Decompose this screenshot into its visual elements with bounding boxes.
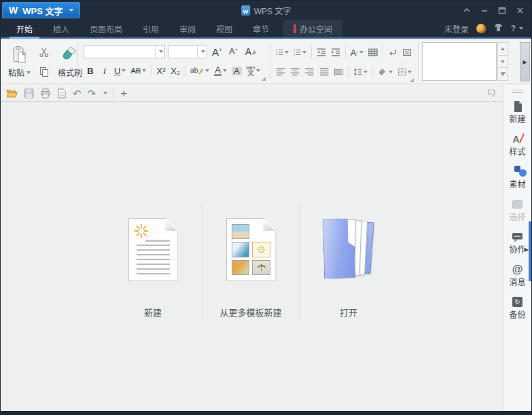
doc-line xyxy=(145,240,170,242)
collapse-ribbon-button[interactable] xyxy=(458,3,476,18)
undo-button[interactable]: ↶ xyxy=(73,86,82,100)
material-circle-icon xyxy=(519,169,527,177)
tab-page-layout[interactable]: 页面布局 xyxy=(79,20,132,37)
align-center-button[interactable] xyxy=(288,65,302,79)
cut-button[interactable] xyxy=(37,45,52,60)
clipboard-group: 粘贴 xyxy=(5,43,86,81)
sidebar-item-material[interactable]: 素材 xyxy=(503,165,531,189)
gallery-scroll-down-button[interactable] xyxy=(497,56,508,69)
minimize-button[interactable] xyxy=(476,3,493,18)
new-from-template-action[interactable]: 从更多模板新建 xyxy=(202,203,300,320)
close-button[interactable] xyxy=(511,3,529,18)
ribbon-display-toggle[interactable] xyxy=(487,86,503,100)
close-icon xyxy=(516,7,524,14)
subscript-button[interactable]: X₂ xyxy=(169,63,182,78)
sidebar-item-select[interactable]: 选择 xyxy=(503,198,531,221)
distribute-button[interactable] xyxy=(332,65,345,79)
tab-references[interactable]: 引用 xyxy=(132,20,169,37)
skin-theme-icon[interactable] xyxy=(476,24,486,33)
align-left-button[interactable] xyxy=(274,65,287,79)
tab-home[interactable]: 开始 xyxy=(6,20,43,37)
shrink-font-button[interactable]: A− xyxy=(227,44,241,59)
open-document-action[interactable]: 打开 xyxy=(300,203,397,320)
char-shading-button[interactable]: A xyxy=(230,63,244,78)
decrease-indent-button[interactable] xyxy=(315,45,328,60)
clear-format-button[interactable]: A xyxy=(243,44,259,59)
print-preview-button[interactable] xyxy=(57,86,67,100)
tab-view[interactable]: 视图 xyxy=(206,20,243,37)
tab-office-space[interactable]: 办公空间 xyxy=(283,20,342,37)
underline-button[interactable]: U xyxy=(112,63,128,78)
table-grid-icon xyxy=(368,48,378,57)
line-spacing-button[interactable] xyxy=(351,65,370,79)
text-box-button[interactable] xyxy=(400,45,414,60)
font-name-combobox[interactable] xyxy=(84,46,165,58)
line-spacing-icon xyxy=(353,67,362,77)
sidebar-item-backup[interactable]: ↻ 备份 xyxy=(503,295,531,319)
sidebar-handle[interactable] xyxy=(512,90,523,93)
superscript-button[interactable]: X² xyxy=(154,63,168,78)
new-tab-button[interactable]: + xyxy=(120,86,127,100)
change-skin-icon[interactable] xyxy=(493,23,503,34)
collapsed-panel-bar[interactable] xyxy=(529,221,531,281)
insert-table-button[interactable] xyxy=(366,45,380,60)
chevron-down-icon xyxy=(103,92,107,94)
highlight-button[interactable]: ab xyxy=(188,63,211,78)
increase-indent-button[interactable] xyxy=(329,45,342,60)
borders-icon xyxy=(397,67,406,77)
redo-button[interactable]: ↷ xyxy=(88,86,96,100)
line-break-button[interactable] xyxy=(386,45,400,60)
help-button[interactable]: ? xyxy=(511,24,523,33)
starburst-icon xyxy=(257,245,266,254)
window-title: W WPS 文字 xyxy=(241,1,291,20)
print-button[interactable] xyxy=(40,86,51,100)
start-actions: 新建 xyxy=(104,203,397,320)
borders-button[interactable] xyxy=(395,65,414,79)
quickbar-customize-button[interactable] xyxy=(102,86,107,100)
sparkle-icon xyxy=(356,50,358,55)
paragraph-dialog-launcher[interactable] xyxy=(410,78,414,82)
tab-review[interactable]: 审阅 xyxy=(169,20,206,37)
tab-section[interactable]: 章节 xyxy=(243,20,279,37)
align-right-icon xyxy=(304,67,314,77)
bullets-button[interactable] xyxy=(274,45,291,60)
numbering-button[interactable] xyxy=(291,45,308,60)
bold-button[interactable]: B xyxy=(84,63,97,78)
task-pane-expand-button[interactable]: ▶ xyxy=(520,42,530,82)
italic-button[interactable]: I xyxy=(98,63,111,78)
font-size-combobox[interactable] xyxy=(168,46,207,58)
open-file-button[interactable] xyxy=(6,86,18,100)
gallery-more-button[interactable] xyxy=(497,68,508,81)
sidebar-item-styles[interactable]: A 样式 xyxy=(503,132,531,156)
login-status[interactable]: 未登录 xyxy=(444,23,469,35)
open-folder-icon xyxy=(322,217,375,281)
copy-button[interactable] xyxy=(37,64,52,79)
sidebar-item-new[interactable]: 新建 xyxy=(503,100,531,124)
wps-logo: W xyxy=(9,5,18,15)
shading-fill-button[interactable] xyxy=(376,65,394,79)
font-color-button[interactable]: A xyxy=(212,63,229,78)
wps-menu-button[interactable]: W WPS 文字 xyxy=(2,2,80,18)
paste-button[interactable]: 粘贴 xyxy=(5,43,34,81)
wrap-return-icon xyxy=(388,48,397,57)
styles-gallery[interactable] xyxy=(422,42,497,81)
text-tool-button[interactable]: A xyxy=(349,45,366,60)
new-document-action[interactable]: 新建 xyxy=(104,203,202,320)
format-painter-button[interactable]: 格式刷 xyxy=(54,43,86,81)
strikethrough-button[interactable]: AB xyxy=(128,63,148,78)
maximize-button[interactable] xyxy=(493,3,511,18)
tab-insert[interactable]: 插入 xyxy=(43,20,79,37)
sidebar-item-message[interactable]: @ 消息 xyxy=(503,263,531,287)
grow-font-button[interactable]: A+ xyxy=(210,44,224,59)
font-dialog-launcher[interactable] xyxy=(262,77,266,81)
panel-expand-arrow-icon[interactable]: ▶ xyxy=(525,247,529,253)
justify-button[interactable] xyxy=(317,65,331,79)
justify-icon xyxy=(319,67,329,77)
window-bottom-edge xyxy=(1,411,531,414)
select-image-icon xyxy=(512,200,522,209)
save-button[interactable] xyxy=(24,86,34,100)
gallery-scroll-up-button[interactable] xyxy=(497,42,508,56)
align-right-button[interactable] xyxy=(302,65,316,79)
pinyin-guide-button[interactable]: wén文 xyxy=(245,63,263,78)
styles-gallery-scroll xyxy=(497,42,508,81)
